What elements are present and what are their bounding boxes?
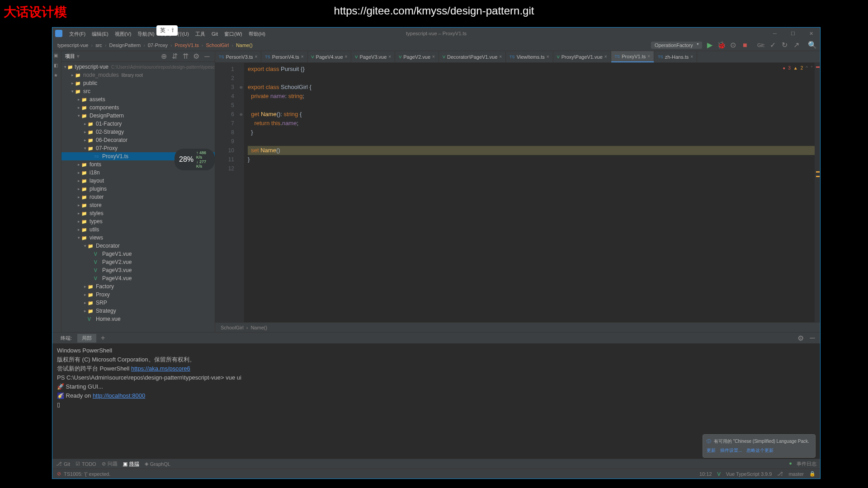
tree-row[interactable]: ▸📁router: [61, 193, 215, 201]
close-icon[interactable]: ×: [432, 54, 435, 59]
breadcrumb-item[interactable]: 07-Proxy: [146, 42, 169, 48]
tree-row[interactable]: ▸📁layout: [61, 177, 215, 185]
notification-link[interactable]: 忽略这个更新: [746, 447, 774, 454]
debug-icon[interactable]: 🐞: [717, 41, 726, 49]
tree-row[interactable]: ▾📁typescript-vueC:\Users\Admin\source\re…: [61, 63, 215, 71]
tree-row[interactable]: ▸📁Proxy: [61, 291, 215, 299]
tree-row[interactable]: ▸📁utils: [61, 225, 215, 234]
tool-window-button[interactable]: ⊘问题: [102, 460, 118, 467]
tree-row[interactable]: ▸📁assets: [61, 95, 215, 103]
tree-row[interactable]: ▸📁plugins: [61, 185, 215, 193]
editor-tab[interactable]: VDecorator\PageV1.vue×: [439, 51, 506, 62]
terminal-tab-session[interactable]: 终端:: [56, 334, 76, 343]
tree-row[interactable]: VPageV1.vue: [61, 250, 215, 258]
tree-row[interactable]: VHome.vue: [61, 315, 215, 323]
terminal-tab-local[interactable]: 局部: [77, 334, 96, 343]
tree-row[interactable]: ▾📁Decorator: [61, 242, 215, 250]
editor-tab[interactable]: TSzh-Hans.ts×: [654, 51, 697, 62]
breadcrumb-item[interactable]: src: [94, 42, 104, 48]
editor-tab[interactable]: TSViewItems.ts×: [506, 51, 553, 62]
tree-row[interactable]: ▸📁styles: [61, 209, 215, 217]
menu-item[interactable]: Git: [208, 31, 221, 37]
tool-window-button[interactable]: ▣终端: [123, 460, 139, 467]
tree-row[interactable]: ▾📁DesignPattern: [61, 112, 215, 120]
notification-link[interactable]: 更新: [707, 447, 716, 454]
project-tree[interactable]: 28% ↑ 486 K/s ↓ 277 K/s ▾📁typescript-vue…: [61, 62, 215, 332]
coverage-icon[interactable]: ⊙: [729, 41, 737, 49]
tree-row[interactable]: VPageV3.vue: [61, 266, 215, 274]
editor-tab[interactable]: TSPersonV3.ts×: [215, 51, 261, 62]
tree-row[interactable]: ▸📁store: [61, 201, 215, 209]
editor-tab[interactable]: TSPersonV4.ts×: [261, 51, 307, 62]
tree-row[interactable]: ▸📁06-Decorator: [61, 136, 215, 144]
tree-row[interactable]: ▸📁types: [61, 217, 215, 225]
tree-row[interactable]: ▸📁Strategy: [61, 307, 215, 315]
tree-row[interactable]: ▸📁node_moduleslibrary root: [61, 71, 215, 79]
breadcrumb-item[interactable]: SchoolGirl: [204, 42, 230, 48]
tree-row[interactable]: ▸📁02-Strategy: [61, 128, 215, 136]
menu-item[interactable]: 编辑(E): [89, 31, 112, 37]
notification-link[interactable]: 插件设置...: [720, 447, 742, 454]
tool-window-button[interactable]: ◈GraphQL: [145, 460, 170, 467]
menu-item[interactable]: 帮助(H): [245, 31, 269, 37]
tree-row[interactable]: ▾📁src: [61, 87, 215, 95]
close-icon[interactable]: ×: [690, 54, 693, 59]
breadcrumb-item[interactable]: DesignPattern: [108, 42, 142, 48]
project-tool-icon[interactable]: ▣: [54, 53, 60, 59]
editor-breadcrumb[interactable]: SchoolGirl › Name(): [215, 322, 820, 332]
editor-tab[interactable]: VPageV3.vue×: [351, 51, 395, 62]
terminal-add-tab[interactable]: +: [97, 334, 108, 342]
hide-panel-icon[interactable]: ─: [203, 52, 211, 61]
editor-tab[interactable]: TSProxyV1.ts×: [611, 51, 655, 62]
code-editor[interactable]: ●3 ▲2 ^˅ export class Pursuit {}export c…: [244, 63, 820, 322]
structure-tool-icon[interactable]: ◧: [54, 63, 60, 69]
breadcrumb-item[interactable]: ProxyV1.ts: [174, 42, 200, 48]
tool-window-button[interactable]: ⎇Git: [56, 460, 70, 467]
menu-item[interactable]: 文件(F): [66, 31, 89, 37]
editor-tab[interactable]: VProxy\PageV1.vue×: [553, 51, 611, 62]
favorites-tool-icon[interactable]: ★: [54, 73, 60, 79]
tree-row[interactable]: VPageV2.vue: [61, 258, 215, 266]
menu-item[interactable]: 导航(N): [134, 31, 157, 37]
terminal-hide-icon[interactable]: ─: [808, 334, 816, 342]
tree-row[interactable]: ▸📁public: [61, 79, 215, 87]
git-update-icon[interactable]: ↻: [780, 41, 788, 49]
git-commit-icon[interactable]: ✓: [769, 41, 777, 49]
language-mode[interactable]: Vue TypeScript 3.9.9: [726, 471, 772, 477]
close-icon[interactable]: ×: [255, 54, 257, 59]
close-icon[interactable]: ×: [547, 54, 549, 59]
close-icon[interactable]: ×: [345, 54, 348, 59]
git-branch[interactable]: master: [788, 471, 804, 477]
event-log-button[interactable]: 事件日志: [797, 460, 816, 467]
menu-item[interactable]: 窗口(W): [221, 31, 245, 37]
close-icon[interactable]: ×: [604, 54, 607, 59]
tree-row[interactable]: ▸📁components: [61, 103, 215, 112]
stop-icon[interactable]: ■: [741, 41, 749, 49]
close-button[interactable]: ✕: [802, 28, 820, 39]
close-icon[interactable]: ×: [499, 54, 502, 59]
run-config-dropdown[interactable]: OperationFactory: [651, 42, 702, 49]
tree-row[interactable]: ▸📁01-Factory: [61, 120, 215, 128]
menu-item[interactable]: 视图(V): [112, 31, 135, 37]
editor-tab[interactable]: VPageV2.vue×: [395, 51, 439, 62]
tool-window-button[interactable]: ☑TODO: [75, 460, 96, 467]
tree-row[interactable]: ▸📁Factory: [61, 282, 215, 291]
search-icon[interactable]: 🔍: [808, 41, 816, 49]
run-icon[interactable]: ▶: [706, 41, 714, 49]
select-opened-icon[interactable]: ⊕: [160, 52, 168, 61]
error-strip[interactable]: [815, 63, 820, 322]
menu-item[interactable]: 工具: [192, 31, 208, 37]
tree-row[interactable]: ▾📁views: [61, 234, 215, 242]
settings-icon[interactable]: ⚙: [192, 52, 200, 61]
git-push-icon[interactable]: ↗: [792, 41, 800, 49]
editor-tab[interactable]: VPageV4.vue×: [308, 51, 352, 62]
expand-all-icon[interactable]: ⇵: [170, 52, 179, 61]
lock-icon[interactable]: 🔒: [809, 471, 816, 477]
tree-row[interactable]: ▸📁SRP: [61, 299, 215, 307]
tree-row[interactable]: VPageV4.vue: [61, 274, 215, 282]
close-icon[interactable]: ×: [647, 54, 650, 59]
close-icon[interactable]: ×: [301, 54, 304, 59]
inspection-summary[interactable]: ●3 ▲2 ^˅: [783, 64, 813, 73]
breadcrumb-item[interactable]: typescript-vue: [56, 42, 90, 48]
maximize-button[interactable]: ☐: [784, 28, 802, 39]
